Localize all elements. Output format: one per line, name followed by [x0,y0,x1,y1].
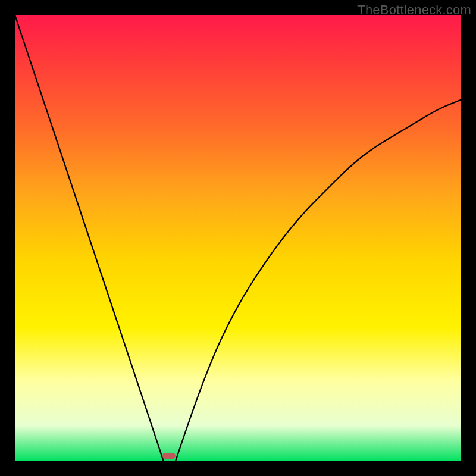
curve-right-segment [176,100,461,462]
bottleneck-curve [15,15,461,461]
plot-area [15,15,461,461]
chart-frame: TheBottleneck.com [0,0,476,476]
optimum-marker [162,453,176,459]
curve-left-segment [15,15,164,461]
